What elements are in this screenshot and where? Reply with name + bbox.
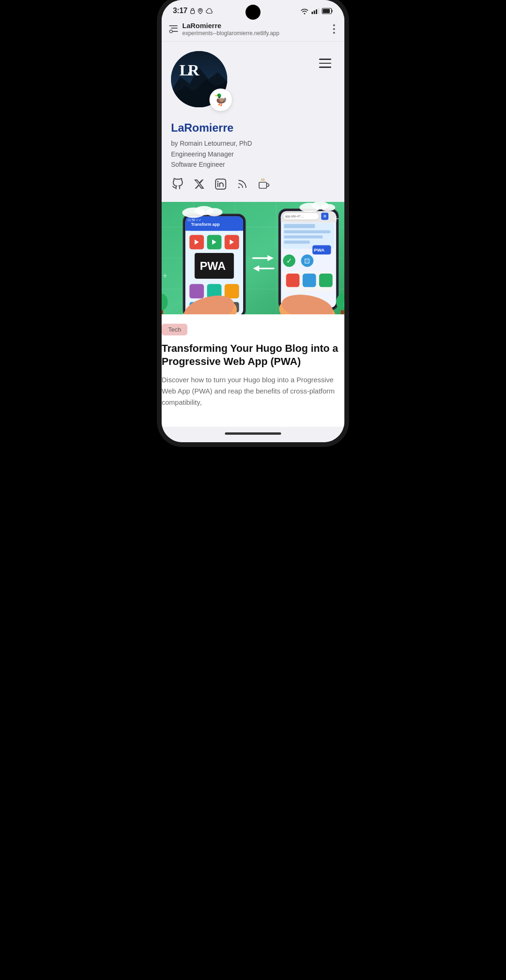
svg-text:Transform app: Transform app [191,222,220,226]
coffee-icon[interactable] [257,178,270,191]
github-icon[interactable] [171,178,184,191]
browser-address[interactable]: LaRomierre experiments--bloglaromierre.n… [182,22,279,37]
svg-text:✓: ✓ [286,257,292,265]
filter-dot-icon [169,30,178,33]
blog-name: LaRomierre [171,121,335,134]
camera-cutout [246,5,260,20]
home-bar [225,432,281,435]
svg-rect-71 [319,274,333,287]
svg-rect-38 [189,284,204,298]
svg-rect-0 [191,10,194,14]
svg-point-12 [238,186,240,188]
more-dot-2 [333,28,335,30]
svg-rect-69 [286,274,300,287]
svg-rect-3 [314,10,315,14]
location-icon [198,8,203,14]
hamburger-line-1 [319,59,331,60]
blog-desc-line2: Engineering Manager [171,150,234,158]
svg-rect-40 [224,284,239,298]
browser-filter-icon [169,25,178,33]
signal-icon [311,8,320,14]
more-dot-3 [333,32,335,34]
article-bottom-spacer [162,408,344,427]
article-body: Tech Transforming Your Hugo Blog into a … [162,314,344,408]
article-tag[interactable]: Tech [162,324,187,335]
blog-description: by Romain Letourneur, PhD Engineering Ma… [171,138,335,170]
linkedin-icon[interactable] [214,178,227,191]
browser-bar: LaRomierre experiments--bloglaromierre.n… [162,18,344,42]
svg-text:+: + [333,212,339,224]
hamburger-line-2 [319,63,331,64]
filter-line-2 [171,28,178,29]
svg-text:⊡: ⊡ [304,257,310,265]
article-excerpt: Discover how to turn your Hugo blog into… [162,374,344,408]
main-content: L R 🦆 LaRomierre by Romain Letourneur, P… [162,42,344,190]
svg-rect-2 [312,12,313,14]
svg-rect-27 [186,226,243,230]
svg-rect-13 [259,182,267,188]
twitter-x-icon[interactable] [193,178,206,191]
lock-icon [190,8,195,14]
logo-r-text: R [188,61,198,79]
svg-rect-4 [316,9,317,14]
social-icons-row [171,178,335,191]
browser-url: experiments--bloglaromierre.netlify.app [182,30,279,37]
home-indicator [162,427,344,442]
duck-badge: 🦆 [209,89,232,111]
logo-container: L R 🦆 [171,51,232,112]
svg-rect-59 [284,230,330,233]
hamburger-line-3 [319,67,331,68]
svg-rect-60 [284,235,323,238]
svg-text:⊞: ⊞ [323,214,327,218]
svg-text:11:50 ✓✓: 11:50 ✓✓ [187,218,201,221]
status-bar: 3:17 [162,0,344,18]
browser-bar-left: LaRomierre experiments--bloglaromierre.n… [169,22,331,37]
status-left: 3:17 [173,7,213,15]
status-right [300,8,333,14]
svg-point-74 [320,204,335,211]
svg-rect-7 [323,9,330,13]
article-card[interactable]: Transform app 11:50 ✓✓ PWA [162,202,344,427]
browser-more-button[interactable] [331,22,337,36]
svg-rect-70 [303,274,316,287]
article-hero-image: Transform app 11:50 ✓✓ PWA [162,202,344,314]
browser-site-name: LaRomierre [182,22,279,30]
more-dot-1 [333,24,335,26]
svg-text:PWA: PWA [200,260,225,272]
svg-point-1 [199,9,201,11]
svg-rect-58 [284,224,315,228]
hamburger-menu-button[interactable] [315,55,335,72]
status-time: 3:17 [173,7,187,15]
duck-emoji: 🦆 [214,93,228,106]
wifi-icon [300,8,309,14]
svg-text:PWA: PWA [314,247,325,252]
battery-icon [322,8,333,14]
svg-text:+: + [163,271,167,281]
svg-point-46 [206,208,223,216]
svg-text:app-site-47....: app-site-47.... [285,214,304,218]
svg-rect-61 [284,240,310,244]
pwa-illustration-svg: Transform app 11:50 ✓✓ PWA [162,202,344,314]
svg-rect-11 [216,179,226,189]
blog-desc-line3: Software Engineer [171,161,225,168]
rss-icon[interactable] [236,178,249,191]
cloud-icon [206,8,213,14]
article-title: Transforming Your Hugo Blog into a Progr… [162,342,344,369]
logo-header: L R 🦆 [171,51,335,112]
phone-shell: 3:17 [162,0,344,442]
blog-info: LaRomierre by Romain Letourneur, PhD Eng… [171,121,335,170]
filter-line-1 [169,25,178,26]
svg-rect-5 [318,8,320,14]
blog-desc-line1: by Romain Letourneur, PhD [171,140,252,147]
